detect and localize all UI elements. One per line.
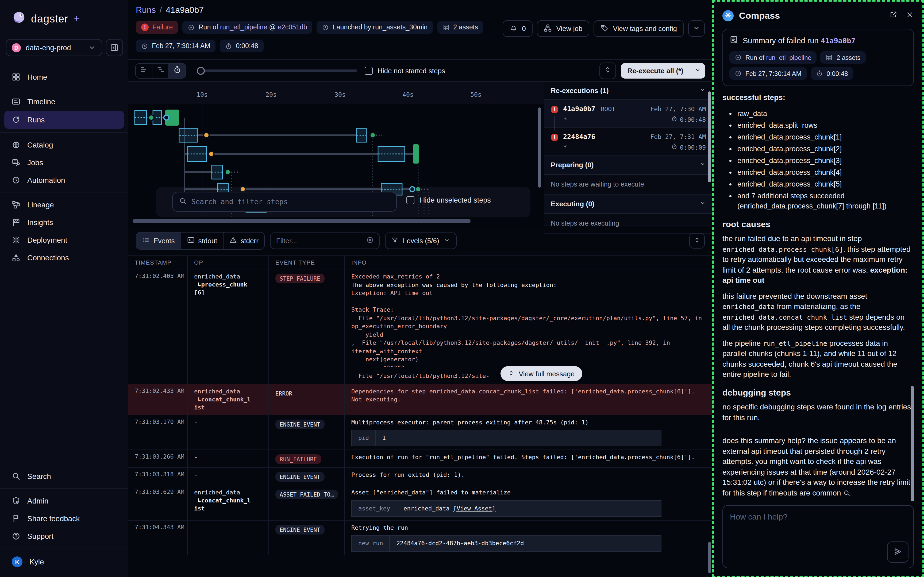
lineage-icon — [12, 200, 20, 209]
clear-filter-icon[interactable] — [366, 236, 374, 246]
timed-view-button[interactable] — [169, 63, 185, 78]
sidebar-item-lineage[interactable]: Lineage — [0, 196, 128, 213]
log-row[interactable]: 7:31:03.170 AM-ENGINE_EVENTMultiprocess … — [128, 415, 712, 450]
reexecution-run-row[interactable]: !22484a76Feb 27, 7:31 AM*0:00:09 — [544, 128, 712, 156]
clock-icon — [141, 42, 148, 50]
list-item: enriched_data.split_rows — [737, 120, 914, 131]
gantt-retry-dot[interactable] — [208, 151, 214, 156]
view-full-message-button[interactable]: View full message — [500, 366, 582, 381]
hide-unselected-checkbox-row[interactable]: Hide unselected steps — [406, 196, 491, 204]
alerts-bell-button[interactable]: 0 — [503, 20, 532, 37]
up-down-arrows-icon — [508, 370, 514, 378]
sidebar-item-home[interactable]: Home — [0, 68, 128, 85]
log-view-tabs: Eventsstdoutstderr — [136, 232, 265, 250]
gantt-open-dot[interactable] — [164, 115, 169, 120]
reexecute-all-button[interactable]: Re-execute all (*) — [621, 63, 690, 78]
compass-panel: Compass Summary of failed run 41a9a0b7 R… — [712, 0, 924, 577]
sidebar-item-support[interactable]: Support — [0, 527, 128, 545]
compass-scrollbar[interactable] — [911, 386, 914, 501]
collapse-sidebar-button[interactable] — [106, 39, 123, 56]
list-item: enriched_data.process_chunk[2] — [737, 143, 914, 154]
reexecutions-scrollbar[interactable] — [708, 92, 711, 182]
sitemap-icon — [544, 24, 552, 34]
log-row[interactable]: 7:31:02.405 AMenriched_data ↳process_chu… — [128, 269, 712, 384]
hide-not-started-checkbox-row[interactable]: Hide not started steps — [365, 66, 445, 74]
expand-log-panel-button[interactable] — [689, 233, 705, 248]
gantt-horizontal-scrollbar[interactable] — [132, 219, 471, 223]
sidebar-item-timeline[interactable]: Timeline — [0, 92, 128, 110]
log-filter-input[interactable] — [276, 237, 362, 245]
tab-stdout[interactable]: stdout — [181, 232, 224, 249]
sidebar-item-search[interactable]: Search — [0, 467, 128, 485]
metadata-link[interactable]: [View Asset] — [453, 505, 496, 512]
summary-run-id[interactable]: 41a9a0b7 — [821, 36, 856, 45]
log-row[interactable]: 7:31:03.318 AM-ENGINE_EVENTProcess for r… — [128, 468, 712, 485]
reexecution-run-row[interactable]: !41a9a0b7ROOTFeb 27, 7:30 AM*0:00:48 — [544, 100, 712, 128]
sidebar-item-runs[interactable]: Runs — [4, 111, 124, 129]
pipeline-link[interactable]: run_etl_pipeline — [220, 24, 268, 31]
list-item: enriched_data.process_chunk[4] — [737, 167, 914, 177]
breadcrumb-runs-link[interactable]: Runs — [136, 5, 156, 15]
waterfall-view-button[interactable] — [152, 63, 169, 78]
sidebar-item-catalog[interactable]: Catalog — [0, 136, 128, 153]
user-menu[interactable]: KKyle — [0, 551, 128, 572]
zoom-slider[interactable] — [197, 69, 357, 72]
zoom-slider-handle[interactable] — [197, 66, 205, 74]
log-row[interactable]: 7:31:03.266 AM-RUN_FAILUREExecution of r… — [128, 450, 712, 468]
flat-view-button[interactable] — [136, 63, 152, 78]
shield-icon — [12, 496, 20, 505]
step-search-input[interactable] — [192, 198, 390, 206]
deployment-selector[interactable]: D data-eng-prod — [6, 39, 102, 56]
levels-dropdown[interactable]: Levels (5/6) — [385, 232, 457, 249]
events-panel: Eventsstdoutstderr Levels (5/6) TIMESTAM… — [128, 226, 712, 577]
sidebar-divider — [0, 192, 128, 192]
pipeline-link[interactable]: run_etl_pipeline — [766, 54, 811, 61]
section-header-preparing-0-[interactable]: Preparing (0) — [544, 156, 712, 175]
insights-icon — [12, 218, 20, 226]
more-actions-button[interactable] — [688, 20, 705, 37]
breadcrumb: Runs/41a9a0b7 — [136, 5, 705, 15]
hide-not-started-checkbox[interactable] — [365, 66, 373, 74]
sidebar-item-admin[interactable]: Admin — [0, 492, 128, 509]
commit-link[interactable]: e2c051db — [278, 24, 307, 31]
gantt-success-dot[interactable] — [225, 169, 231, 175]
reexecution-sort-button[interactable] — [600, 62, 616, 79]
reexecutions-header[interactable]: Re-executions (1) — [544, 82, 712, 100]
log-op: - — [187, 415, 268, 450]
events-scrollbar[interactable] — [708, 542, 711, 573]
view-job-button[interactable]: View job — [537, 20, 590, 37]
log-row[interactable]: 7:31:03.629 AMenriched_data ↳concat_chun… — [128, 485, 712, 521]
log-op: - — [187, 521, 268, 555]
compass-chat-box[interactable]: How can I help? — [722, 505, 914, 568]
sidebar-item-insights[interactable]: Insights — [0, 213, 128, 231]
gantt-retry-dot[interactable] — [204, 132, 209, 138]
view-tags-config-button[interactable]: View tags and config — [594, 20, 684, 37]
open-in-new-window-icon[interactable] — [889, 11, 897, 21]
gantt-step-success[interactable] — [413, 144, 419, 164]
gantt-success-dot[interactable] — [370, 132, 376, 138]
sidebar-item-jobs[interactable]: Jobs — [0, 153, 128, 171]
close-icon[interactable] — [906, 11, 914, 21]
sidebar-item-connections[interactable]: Connections — [0, 248, 128, 266]
summary-badge: Feb 27, 7:30:14 AM — [729, 67, 807, 80]
target-icon — [735, 54, 742, 61]
sidebar-item-share-feedback[interactable]: Share feedback — [0, 509, 128, 527]
tab-stderr[interactable]: stderr — [224, 232, 264, 249]
reexecute-options-button[interactable] — [690, 63, 705, 78]
sidebar-item-automation[interactable]: Automation — [0, 171, 128, 189]
metadata-link[interactable]: 22484a76-dcd2-487b-aeb3-db3bece6cf2d — [397, 540, 524, 547]
gantt-success-dot[interactable] — [148, 115, 154, 120]
section-header-executing-0-[interactable]: Executing (0) — [544, 195, 712, 214]
hide-unselected-checkbox[interactable] — [406, 196, 414, 204]
sidebar-divider — [0, 89, 128, 89]
sidebar-item-deployment[interactable]: Deployment — [0, 231, 128, 248]
gantt-vertical-scrollbar[interactable] — [538, 108, 541, 188]
log-row[interactable]: 7:31:04.343 AM-ENGINE_EVENTRetrying the … — [128, 521, 712, 555]
tab-events[interactable]: Events — [136, 232, 181, 249]
log-info: Retrying the runnew run22484a76-dcd2-487… — [344, 521, 712, 555]
send-message-button[interactable] — [887, 542, 908, 563]
log-row[interactable]: 7:31:02.433 AMenriched_data ↳concat_chun… — [128, 384, 712, 415]
column-header-event-type: EVENT TYPE — [268, 256, 344, 269]
run-date: Feb 27, 7:30 AM — [650, 105, 706, 113]
assets-tag[interactable]: 2 assets — [437, 21, 484, 34]
